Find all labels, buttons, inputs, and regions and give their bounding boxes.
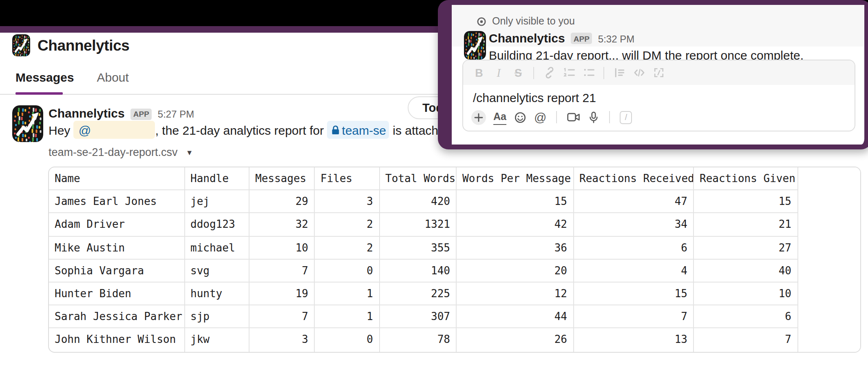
table-cell: 0 bbox=[315, 260, 380, 282]
mention-at-symbol: @ bbox=[79, 123, 91, 137]
table-cell: 27 bbox=[694, 236, 798, 259]
slash-command-icon[interactable]: / bbox=[620, 111, 632, 124]
overlay-message-header: Channelytics APP 5:32 PM bbox=[489, 31, 634, 45]
channel-link[interactable]: team-se bbox=[327, 121, 389, 139]
tab-about[interactable]: About bbox=[97, 70, 128, 94]
link-icon[interactable] bbox=[542, 66, 556, 79]
table-header-cell: Total Words bbox=[380, 167, 457, 190]
screen: Channelytics Messages About Channelytics… bbox=[0, 0, 868, 367]
app-badge: APP bbox=[130, 108, 152, 120]
table-cell: 40 bbox=[694, 260, 798, 282]
table-header-cell: Reactions Received bbox=[574, 167, 694, 190]
table-cell: jej bbox=[185, 190, 250, 213]
user-mention[interactable]: @ bbox=[74, 121, 155, 139]
file-name[interactable]: team-se-21-day-report.csv bbox=[49, 146, 178, 158]
message-text-middle: , the 21-day analytics report for bbox=[155, 123, 327, 137]
app-avatar-icon bbox=[12, 34, 30, 56]
message-input[interactable]: /channelytics report 21 bbox=[473, 91, 596, 105]
table-cell: 12 bbox=[457, 282, 574, 305]
table-cell: 225 bbox=[380, 282, 457, 305]
tab-messages[interactable]: Messages bbox=[15, 70, 74, 94]
table-cell: John Kithner Wilson bbox=[49, 329, 185, 351]
message-sender[interactable]: Channelytics bbox=[49, 106, 125, 120]
message-timestamp[interactable]: 5:27 PM bbox=[158, 109, 194, 120]
message-composer: B I S bbox=[462, 60, 855, 131]
table-cell: 2 bbox=[315, 236, 380, 259]
lock-icon bbox=[331, 125, 341, 135]
table-cell: 26 bbox=[457, 329, 574, 351]
ordered-list-icon[interactable] bbox=[562, 66, 576, 79]
table-cell: 1321 bbox=[380, 214, 457, 236]
overlay-message-avatar[interactable] bbox=[464, 31, 486, 59]
text-format-icon[interactable]: Aa bbox=[493, 109, 506, 125]
csv-preview-table: NameHandleMessagesFilesTotal WordsWords … bbox=[48, 167, 861, 352]
table-cell: Mike Austin bbox=[49, 236, 185, 259]
table-cell: 4 bbox=[574, 260, 694, 282]
csv-empty-column bbox=[798, 167, 860, 351]
table-cell: 34 bbox=[574, 214, 694, 236]
table-cell: 140 bbox=[380, 260, 457, 282]
table-cell: 1 bbox=[315, 282, 380, 305]
active-tab-underline bbox=[15, 92, 62, 94]
italic-icon[interactable]: I bbox=[492, 66, 506, 79]
table-cell: 44 bbox=[457, 305, 574, 328]
video-icon[interactable] bbox=[567, 110, 581, 125]
table-cell: 355 bbox=[380, 236, 457, 259]
only-visible-label: Only visible to you bbox=[492, 16, 575, 27]
code-icon[interactable] bbox=[632, 66, 646, 79]
composer-action-bar: Aa @ / bbox=[471, 109, 632, 125]
message-text: Hey @, the 21-day analytics report for t… bbox=[49, 120, 445, 139]
eye-icon bbox=[476, 16, 486, 27]
mention-icon[interactable]: @ bbox=[534, 110, 546, 125]
table-cell: 29 bbox=[250, 190, 315, 213]
table-cell: 6 bbox=[574, 236, 694, 259]
channel-name: team-se bbox=[342, 123, 386, 137]
table-cell: 13 bbox=[574, 329, 694, 351]
strikethrough-icon[interactable]: S bbox=[511, 66, 525, 79]
toolbar-divider bbox=[533, 67, 534, 79]
only-visible-row: Only visible to you bbox=[476, 16, 575, 27]
table-cell: 3 bbox=[315, 190, 380, 213]
table-cell: jkw bbox=[185, 329, 250, 351]
table-cell: 6 bbox=[694, 305, 798, 328]
blockquote-icon[interactable] bbox=[612, 66, 626, 79]
table-cell: 15 bbox=[457, 190, 574, 213]
table-cell: 20 bbox=[457, 260, 574, 282]
table-cell: 1 bbox=[315, 305, 380, 328]
table-cell: 307 bbox=[380, 305, 457, 328]
table-header-cell: Reactions Given bbox=[694, 167, 798, 190]
table-cell: 32 bbox=[250, 214, 315, 236]
table-cell: 3 bbox=[250, 329, 315, 351]
table-cell: Sophia Vargara bbox=[49, 260, 185, 282]
table-cell: 47 bbox=[574, 190, 694, 213]
table-cell: Hunter Biden bbox=[49, 282, 185, 305]
table-cell: 15 bbox=[574, 282, 694, 305]
table-cell: Adam Driver bbox=[49, 214, 185, 236]
table-cell: Sarah Jessica Parker bbox=[49, 305, 185, 328]
code-block-icon[interactable] bbox=[652, 66, 665, 79]
message-avatar[interactable] bbox=[12, 105, 43, 142]
message-header: Channelytics APP 5:27 PM bbox=[49, 106, 194, 120]
caret-down-icon[interactable]: ▼ bbox=[186, 149, 193, 157]
table-cell: 78 bbox=[380, 329, 457, 351]
message-text-prefix: Hey bbox=[49, 123, 74, 137]
bold-icon[interactable]: B bbox=[472, 66, 486, 79]
app-title: Channelytics bbox=[38, 36, 130, 54]
mic-icon[interactable] bbox=[588, 110, 599, 125]
bullet-list-icon[interactable] bbox=[581, 66, 595, 79]
emoji-icon[interactable] bbox=[514, 110, 527, 125]
table-cell: 42 bbox=[457, 214, 574, 236]
action-bar-divider bbox=[556, 111, 557, 123]
table-header-cell: Name bbox=[49, 167, 185, 190]
overlay-message-sender[interactable]: Channelytics bbox=[489, 31, 565, 44]
table-cell: 10 bbox=[250, 236, 315, 259]
csv-grid: NameHandleMessagesFilesTotal WordsWords … bbox=[49, 167, 860, 351]
table-cell: 19 bbox=[250, 282, 315, 305]
table-cell: hunty bbox=[185, 282, 250, 305]
table-cell: 7 bbox=[250, 260, 315, 282]
overlay-message-timestamp[interactable]: 5:32 PM bbox=[598, 33, 634, 44]
plus-icon[interactable] bbox=[471, 110, 486, 125]
table-header-cell: Words Per Message bbox=[457, 167, 574, 190]
overlay-app-badge: APP bbox=[571, 33, 592, 44]
action-bar-divider bbox=[609, 111, 610, 123]
